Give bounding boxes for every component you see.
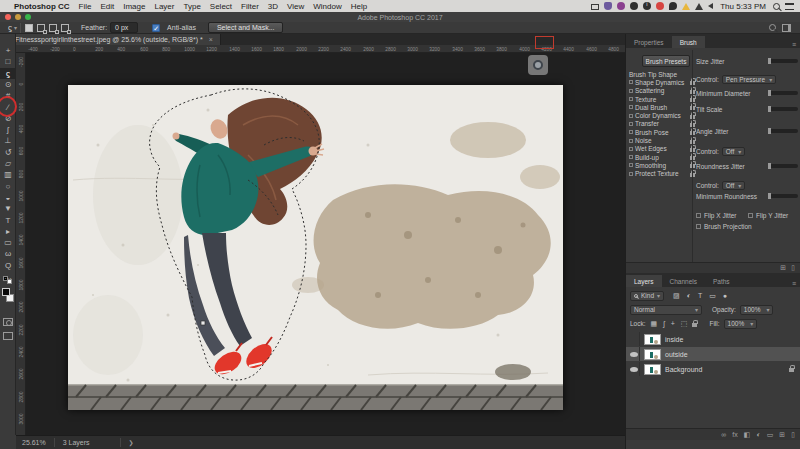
lock-transparency-icon[interactable]: ▦ <box>650 320 659 328</box>
layer-group-icon[interactable]: ▭ <box>767 431 774 439</box>
vertical-ruler[interactable]: -200020040060080010001200140016001800200… <box>16 53 26 435</box>
menu-item-filter[interactable]: Filter <box>241 2 259 11</box>
menu-item-help[interactable]: Help <box>351 2 367 11</box>
feather-input[interactable]: 0 px <box>110 22 138 33</box>
menu-item-photoshop-cc[interactable]: Photoshop CC <box>14 2 70 11</box>
filter-type-icon[interactable]: T <box>697 292 703 300</box>
marquee-tool[interactable]: □ <box>0 56 16 67</box>
section-checkbox[interactable] <box>629 147 633 151</box>
brush-section-color-dynamics[interactable]: Color Dynamics <box>629 111 695 119</box>
more-tools[interactable]: … <box>0 271 16 282</box>
horizontal-ruler[interactable]: -400-20002004006008001000120014001600180… <box>16 45 625 53</box>
subtract-selection-button[interactable] <box>49 24 57 32</box>
layer-mask-icon[interactable]: ◧ <box>744 431 751 439</box>
spotlight-search-icon[interactable] <box>773 3 780 10</box>
new-brush-icon[interactable]: ⊞ <box>780 264 786 272</box>
opacity-select[interactable]: 100% ▾ <box>740 305 774 315</box>
slider-track[interactable] <box>768 91 798 95</box>
status-chevron-icon[interactable]: ❯ <box>129 439 134 446</box>
control-select[interactable]: Pen Pressure▾ <box>722 75 776 84</box>
delete-layer-icon[interactable]: ▯ <box>791 431 795 439</box>
brush-section-transfer[interactable]: Transfer <box>629 120 695 128</box>
brush-section-wet-edges[interactable]: Wet Edges <box>629 145 695 153</box>
control-checkbox[interactable] <box>748 213 753 218</box>
document-tab[interactable]: Fitnesssportgirlinthestreet.jpeg @ 25.6%… <box>8 34 221 45</box>
clone-stamp-tool[interactable]: ⊥ <box>0 135 16 146</box>
notification-center-icon[interactable] <box>785 3 794 10</box>
document-info[interactable]: 3 Layers <box>63 439 90 446</box>
new-layer-icon[interactable]: ⊞ <box>779 431 785 439</box>
gradient-tool[interactable]: ▥ <box>0 169 16 180</box>
section-checkbox[interactable] <box>629 114 633 118</box>
record-icon[interactable] <box>656 2 664 10</box>
filter-pixel-icon[interactable]: ▨ <box>672 292 681 300</box>
control-select[interactable]: Off▾ <box>722 181 746 190</box>
menu-item-window[interactable]: Window <box>313 2 341 11</box>
lasso-tool[interactable]: ϛ <box>0 68 16 79</box>
brush-section-scattering[interactable]: Scattering <box>629 87 695 95</box>
badge-icon[interactable] <box>617 2 625 10</box>
canvas-area[interactable] <box>26 53 625 435</box>
visibility-toggle[interactable] <box>629 332 640 346</box>
brush-section-shape-dynamics[interactable]: Shape Dynamics <box>629 78 695 86</box>
blur-tool[interactable]: ○ <box>0 181 16 192</box>
path-selection-tool[interactable]: ▸ <box>0 226 16 237</box>
history-brush-tool[interactable]: ↺ <box>0 147 16 158</box>
slider-track[interactable] <box>768 129 798 133</box>
brush-section-brush-pose[interactable]: Brush Pose <box>629 128 695 136</box>
layer-row-outside[interactable]: outside <box>626 347 800 361</box>
dodge-tool[interactable]: ◒ <box>0 192 16 203</box>
control-checkbox[interactable] <box>696 224 701 229</box>
section-checkbox[interactable] <box>629 172 633 176</box>
tab-paths[interactable]: Paths <box>705 275 738 287</box>
move-tool[interactable]: + <box>0 45 16 56</box>
menu-item-layer[interactable]: Layer <box>154 2 174 11</box>
menu-clock[interactable]: Thu 5:33 PM <box>720 2 766 11</box>
brush-presets-button[interactable]: Brush Presets <box>642 55 690 67</box>
menu-item-type[interactable]: Type <box>183 2 200 11</box>
pen-tool[interactable]: ▼ <box>0 203 16 214</box>
menu-item-file[interactable]: File <box>79 2 92 11</box>
select-and-mask-button[interactable]: Select and Mask... <box>208 22 284 33</box>
foreground-color-swatch[interactable] <box>2 288 10 296</box>
display-icon[interactable] <box>591 4 599 10</box>
section-checkbox[interactable] <box>629 105 633 109</box>
layer-thumbnail[interactable] <box>644 364 661 375</box>
new-selection-button[interactable] <box>25 24 33 32</box>
blend-mode-select[interactable]: Normal ▾ <box>630 305 702 315</box>
link-layers-icon[interactable]: ∞ <box>721 431 726 438</box>
section-checkbox[interactable] <box>629 130 633 134</box>
drop-icon[interactable] <box>669 2 677 10</box>
quick-mask-button[interactable] <box>3 318 13 326</box>
slider-track[interactable] <box>768 164 798 168</box>
minimize-window-button[interactable] <box>15 14 21 20</box>
lock-move-icon[interactable]: + <box>670 320 676 328</box>
brush-tool[interactable]: ʃ <box>0 124 16 135</box>
screen-mode-button[interactable] <box>3 332 13 340</box>
menu-item-edit[interactable]: Edit <box>100 2 114 11</box>
lock-paint-icon[interactable]: ʃ <box>662 320 666 328</box>
type-tool[interactable]: T <box>0 215 16 226</box>
hand-tool[interactable]: ω <box>0 248 16 259</box>
intersect-selection-button[interactable] <box>61 24 69 32</box>
filter-group-icon[interactable]: ▭ <box>708 292 717 300</box>
control-select[interactable]: Off▾ <box>722 147 746 156</box>
menu-item-view[interactable]: View <box>287 2 304 11</box>
fill-select[interactable]: 100% ▾ <box>724 319 758 329</box>
tab-brush[interactable]: Brush <box>672 36 705 48</box>
shape-tool[interactable]: ▭ <box>0 237 16 248</box>
camera-icon[interactable] <box>630 2 638 10</box>
quick-selection-tool[interactable]: ⊙ <box>0 79 16 90</box>
slider-track[interactable] <box>768 107 798 111</box>
panel-menu-icon[interactable]: ≡ <box>792 41 800 48</box>
current-tool-preset[interactable]: ϛ ▾ <box>5 23 21 33</box>
filter-adjustment-icon[interactable]: ◐ <box>686 292 692 300</box>
menu-item-3d[interactable]: 3D <box>268 2 278 11</box>
brush-section-build-up[interactable]: Build-up <box>629 153 695 161</box>
layer-row-inside[interactable]: inside <box>626 332 800 346</box>
shield-icon[interactable] <box>604 2 612 10</box>
lock-artboard-icon[interactable]: ⬚ <box>680 320 689 328</box>
brush-section-smoothing[interactable]: Smoothing <box>629 161 695 169</box>
close-window-button[interactable] <box>5 14 11 20</box>
section-checkbox[interactable] <box>629 139 633 143</box>
